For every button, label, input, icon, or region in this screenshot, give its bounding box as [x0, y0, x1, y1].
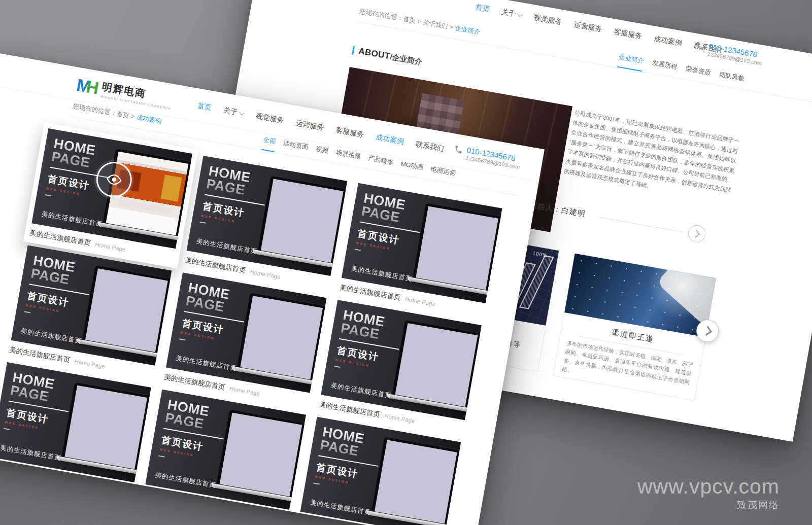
case-panel-label: 美的生活旗舰店首页 [196, 237, 258, 256]
case-title-en: HOME PAGE [319, 425, 372, 460]
case-thumbnail: HOME PAGE 首页设计 WEB DESIGN 美的生活旗舰店首页 [342, 183, 502, 303]
watermark-company: 致茂网络 [637, 499, 780, 512]
chevron-down-icon [239, 110, 245, 115]
case-card[interactable]: HOME PAGE 首页设计 WEB DESIGN 美的生活旗舰店首页 [0, 362, 151, 497]
case-card[interactable]: HOME PAGE 首页设计 WEB DESIGN 美的生活旗舰店首页 [318, 300, 481, 434]
case-title-en: HOME PAGE [185, 281, 238, 316]
chevron-right-icon [692, 230, 700, 237]
divider [24, 311, 30, 313]
divider [200, 222, 206, 224]
nav-item[interactable]: 运营服务 [573, 20, 602, 34]
laptop-mockup [77, 264, 172, 358]
filter-tab[interactable]: 荣誉资质 [684, 64, 712, 83]
nav-item[interactable]: 关于 [223, 106, 245, 119]
case-thumbnail: HOME PAGE 首页设计 WEB DESIGN 美的生活旗舰店首页 [166, 272, 327, 393]
nav-item[interactable]: 首页 [475, 3, 490, 14]
case-panel-label: 美的生活旗舰店首页 [330, 381, 392, 401]
divider [599, 217, 684, 232]
case-panel-label: 美的生活旗舰店首页 [154, 471, 217, 490]
breadcrumb: 您现在的位置：首页 > 关于我们 >企业简介 [358, 7, 481, 43]
breadcrumb-current[interactable]: 成功案例 [136, 114, 162, 125]
laptop-mockup [386, 319, 482, 412]
case-title-en: HOME PAGE [360, 191, 413, 226]
filter-tab[interactable]: 视频 [314, 145, 329, 161]
nav-item[interactable]: 首页 [196, 101, 212, 113]
nav-item[interactable]: 关于 [501, 7, 523, 20]
nav-item[interactable]: 视觉服务 [533, 13, 563, 27]
section-title: ABOUT /企业简介 [352, 45, 423, 67]
divider [179, 338, 185, 340]
contact-block: 010-12345678 123456789@163.com [694, 40, 764, 66]
contact-block: 010-12345678 123456789@163.com [452, 144, 525, 171]
nav-item[interactable]: 客服服务 [613, 27, 642, 41]
laptop-mockup [366, 436, 461, 525]
watermark: www.vpcv.com 致茂网络 [637, 476, 780, 512]
filter-tab[interactable]: 产品精修 [366, 154, 394, 173]
chevron-right-icon [702, 326, 712, 335]
company-intro-text: 公司成立于2001年，现已发展成以经营电器、红酒等行业品牌于一体的企业集团。集团… [563, 108, 740, 205]
filter-tab[interactable]: 团队风貌 [718, 71, 745, 89]
case-card[interactable]: HOME PAGE 首页设计 WEB DESIGN 美的生活旗舰店首页 [163, 272, 326, 407]
case-card[interactable]: HOME PAGE 首页设计 WEB DESIGN 美的生活旗舰店首页 [298, 417, 461, 525]
laptop-mockup [407, 202, 502, 296]
divider [45, 194, 51, 196]
nav-item[interactable]: 客服服务 [335, 126, 364, 139]
phone-icon [695, 41, 705, 51]
nav-item[interactable]: 成功案例 [653, 34, 683, 48]
case-title-en: HOME PAGE [9, 371, 62, 406]
case-title-en: HOME PAGE [340, 308, 392, 343]
chevron-down-icon [517, 11, 523, 17]
laptop-mockup [231, 291, 327, 385]
nav-item[interactable]: 成功案例 [375, 133, 404, 147]
case-panel-label: 美的生活旗舰店首页 [0, 443, 62, 463]
phone-icon [453, 145, 463, 155]
case-thumbnail: HOME PAGE 首页设计 WEB DESIGN 美的生活旗舰店首页 [321, 300, 482, 420]
case-title-en: HOME PAGE [206, 164, 258, 199]
case-card[interactable]: HOME PAGE 首页设计 WEB DESIGN 美的生活旗舰店首页 [9, 246, 172, 380]
filter-tab[interactable]: 全部 [261, 135, 277, 152]
filter-tab[interactable]: 电商运营 [429, 165, 456, 184]
laptop-mockup [56, 381, 151, 475]
filter-tab[interactable]: 企业简介 [617, 53, 645, 72]
case-title-en: HOME PAGE [164, 398, 217, 433]
divider [4, 428, 10, 430]
presentation-stage: 首页 关于 视觉服务 运营服务 客服服务 成功案例 联系我们 010-12345… [0, 0, 812, 525]
nav-item[interactable]: 联系我们 [415, 139, 445, 153]
case-grid: HOME PAGE 首页设计 WEB DESIGN 美的生活旗舰店首页 [0, 128, 518, 525]
case-title-en: HOME PAGE [50, 137, 103, 172]
eye-icon [105, 172, 123, 187]
laptop-mockup [252, 174, 348, 268]
case-panel-label: 美的生活旗舰店首页 [175, 354, 238, 373]
nav-item[interactable]: 运营服务 [295, 119, 324, 132]
filter-tab[interactable]: 发展历程 [651, 59, 678, 78]
laptop-mockup [211, 408, 306, 502]
divider [334, 366, 340, 368]
accent-bar [352, 46, 355, 54]
divider [314, 482, 320, 484]
case-thumbnail: HOME PAGE 首页设计 WEB DESIGN 美的生活旗舰店首页 [31, 128, 192, 249]
nav-item[interactable]: 视觉服务 [255, 112, 285, 125]
case-card[interactable]: HOME PAGE 首页设计 WEB DESIGN 美的生活旗舰店首页 [339, 183, 502, 318]
case-card[interactable]: HOME PAGE 首页设计 WEB DESIGN 美的生活旗舰店首页 [143, 390, 306, 524]
case-panel-label: 美的生活旗舰店首页 [41, 209, 103, 229]
screenshot-block [118, 199, 172, 215]
screenshot-block [161, 174, 182, 202]
watermark-url: www.vpcv.com [637, 476, 780, 497]
case-thumbnail: HOME PAGE 首页设计 WEB DESIGN 美的生活旗舰店首页 [187, 156, 348, 276]
filter-tab[interactable]: 活动页面 [282, 139, 309, 158]
logo-mark: MH [75, 76, 99, 97]
breadcrumb-current[interactable]: 企业简介 [455, 24, 481, 36]
case-thumbnail: HOME PAGE 首页设计 WEB DESIGN 美的生活旗舰店首页 [300, 417, 461, 525]
case-panel-label: 美的生活旗舰店首页 [20, 327, 83, 346]
filter-tab[interactable]: MG动画 [399, 160, 424, 178]
filter-tab[interactable]: 场景拍摄 [334, 148, 361, 167]
case-card[interactable]: HOME PAGE 首页设计 WEB DESIGN 美的生活旗舰店首页 [184, 156, 347, 290]
case-card[interactable]: HOME PAGE 首页设计 WEB DESIGN 美的生活旗舰店首页 [23, 123, 198, 269]
divider [355, 249, 361, 251]
carousel-next-button[interactable] [687, 224, 706, 243]
case-panel-label: 美的生活旗舰店首页 [351, 264, 413, 284]
case-panel-label: 美的生活旗舰店首页 [310, 498, 372, 517]
case-thumbnail: HOME PAGE 首页设计 WEB DESIGN 美的生活旗舰店首页 [0, 362, 151, 482]
feature-card-channel[interactable]: 渠道即王道 多年的市场运作经验，实现对天猫、淘宝、京东、苏宁易购、卓越亚马逊、当… [553, 253, 716, 401]
divider [158, 456, 164, 458]
